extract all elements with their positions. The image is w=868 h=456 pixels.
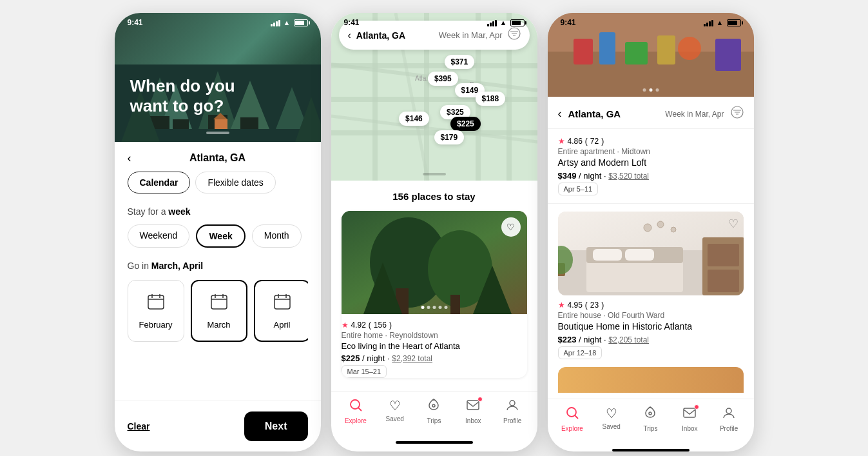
month-card-april[interactable]: April bbox=[254, 280, 308, 342]
svg-point-71 bbox=[657, 221, 664, 228]
nav-title-1: Atlanta, GA bbox=[189, 152, 246, 164]
svg-rect-56 bbox=[715, 39, 741, 71]
svg-rect-41 bbox=[450, 295, 460, 314]
profile-label-2: Profile bbox=[503, 417, 521, 424]
next-button[interactable]: Next bbox=[244, 411, 308, 441]
listing-sub-3-1: Entire apartment · Midtown bbox=[558, 147, 744, 156]
svg-rect-47 bbox=[467, 401, 479, 410]
listing-title-3-1: Artsy and Modern Loft bbox=[558, 157, 744, 168]
svg-point-77 bbox=[649, 412, 651, 415]
location-3: Atlanta, GA bbox=[568, 108, 659, 119]
star-icon-3-2: ★ bbox=[558, 301, 565, 310]
top-image-dots bbox=[642, 88, 659, 92]
svg-point-44 bbox=[351, 400, 360, 409]
back-button-1[interactable]: ‹ bbox=[128, 152, 131, 165]
month-cards: February March bbox=[128, 280, 308, 342]
svg-rect-78 bbox=[684, 408, 695, 417]
tab-flexible[interactable]: Flexible dates bbox=[195, 172, 275, 193]
calendar-icon-mar bbox=[210, 293, 228, 315]
inbox-label-3: Inbox bbox=[682, 425, 697, 432]
star-icon-1: ★ bbox=[342, 321, 349, 330]
tab-calendar[interactable]: Calendar bbox=[128, 172, 191, 193]
svg-rect-54 bbox=[657, 35, 675, 64]
listing-full-2: ♡ ★ 4.95 (23) Entire house · Old Fourth … bbox=[548, 204, 754, 359]
signal-icon-3 bbox=[704, 19, 713, 26]
status-time-3: 9:41 bbox=[561, 18, 576, 27]
listing-dots-1 bbox=[421, 306, 447, 309]
nav-profile-2[interactable]: Profile bbox=[493, 398, 532, 424]
hero-handle bbox=[206, 132, 229, 134]
nav-trips-2[interactable]: Trips bbox=[414, 398, 454, 424]
rating-val-3-2: 4.95 bbox=[568, 301, 583, 310]
nav-inbox-2[interactable]: Inbox bbox=[454, 398, 493, 424]
listing-dates-3-1: Apr 5–11 bbox=[558, 183, 599, 195]
home-indicator-3 bbox=[612, 449, 690, 451]
battery-icon-3 bbox=[727, 19, 741, 26]
month-card-march[interactable]: March bbox=[191, 280, 247, 342]
wishlist-button-3-2[interactable]: ♡ bbox=[728, 217, 738, 231]
star-icon-3-1: ★ bbox=[558, 137, 565, 146]
status-icons-1: ▲ bbox=[271, 19, 308, 26]
nav-profile-3[interactable]: Profile bbox=[709, 406, 749, 432]
status-icons-2: ▲ bbox=[487, 19, 525, 26]
listing-price-1: $225 / night · $2,392 total bbox=[342, 353, 527, 363]
back-button-3[interactable]: ‹ bbox=[558, 107, 562, 121]
clear-button[interactable]: Clear bbox=[128, 421, 150, 431]
svg-rect-65 bbox=[593, 249, 622, 261]
chip-month[interactable]: Month bbox=[252, 224, 302, 248]
month-label-feb: February bbox=[139, 320, 172, 330]
price-bubble-4[interactable]: $188 bbox=[476, 92, 506, 106]
wishlist-button-1[interactable]: ♡ bbox=[501, 217, 521, 237]
price-bubble-8[interactable]: $179 bbox=[434, 130, 465, 144]
price-bubble-6[interactable]: $225 bbox=[450, 117, 481, 131]
top-listing-partial: 9:41 ▲ bbox=[548, 13, 754, 97]
hero-image: 9:41 ▲ bbox=[115, 13, 321, 142]
nav-explore-3[interactable]: Explore bbox=[553, 406, 592, 432]
calendar-icon-feb bbox=[147, 293, 165, 315]
svg-rect-12 bbox=[215, 119, 227, 129]
screen3-phone: 9:41 ▲ bbox=[548, 13, 754, 451]
rating-3-2: ★ 4.95 (23) bbox=[558, 301, 744, 310]
inbox-label-2: Inbox bbox=[465, 417, 481, 424]
screen1-content: ‹ Atlanta, GA Calendar Flexible dates St… bbox=[115, 142, 321, 401]
chip-weekend[interactable]: Weekend bbox=[128, 224, 190, 248]
listing-total-3-2: $2,205 total bbox=[608, 335, 649, 344]
price-bubble-1[interactable]: $371 bbox=[445, 55, 475, 69]
svg-rect-14 bbox=[148, 295, 164, 309]
nav-trips-3[interactable]: Trips bbox=[631, 406, 670, 432]
inbox-icon-3 bbox=[682, 408, 697, 422]
listing-card-1: ♡ ★ 4.92 (156) Entire home bbox=[342, 211, 527, 378]
inbox-dot-3 bbox=[694, 404, 699, 410]
nav-saved-2[interactable]: ♡ Saved bbox=[375, 398, 414, 424]
map-back-button[interactable]: ‹ bbox=[348, 30, 351, 41]
month-card-february[interactable]: February bbox=[128, 280, 184, 342]
trips-label-2: Trips bbox=[427, 417, 441, 424]
svg-point-70 bbox=[644, 224, 651, 232]
nav-saved-3[interactable]: ♡ Saved bbox=[592, 406, 631, 432]
nav-inbox-3[interactable]: Inbox bbox=[670, 406, 709, 432]
bottom-nav-3: Explore ♡ Saved Trips bbox=[548, 399, 754, 445]
listing-price-3-2: $223 / night · $2,205 total bbox=[558, 335, 744, 344]
profile-icon-2 bbox=[505, 398, 519, 415]
chip-week[interactable]: Week bbox=[196, 224, 245, 248]
listing-sub-3-2: Entire house · Old Fourth Ward bbox=[558, 311, 744, 320]
nav-explore-2[interactable]: Explore bbox=[336, 398, 376, 424]
status-bar-3: 9:41 ▲ bbox=[548, 13, 754, 30]
explore-icon-3 bbox=[565, 406, 579, 423]
listing-title-1: Eco living in the Heart of Atlanta bbox=[342, 341, 527, 351]
price-bubble-7[interactable]: $146 bbox=[399, 112, 429, 126]
inbox-dot-2 bbox=[477, 397, 483, 402]
listing-dates-3-2: Apr 12–18 bbox=[558, 346, 603, 359]
listing-partial-3 bbox=[558, 367, 744, 393]
places-count: 156 places to stay bbox=[342, 191, 527, 202]
battery-icon-1 bbox=[294, 19, 308, 26]
listing-rating-1: ★ 4.92 (156) bbox=[342, 321, 527, 330]
profile-label-3: Profile bbox=[720, 425, 738, 432]
inbox-badge-3 bbox=[682, 406, 697, 423]
rating-value-1: 4.92 bbox=[351, 321, 366, 330]
wifi-icon-1: ▲ bbox=[284, 19, 291, 26]
filter-button-3[interactable] bbox=[731, 106, 744, 122]
price-bubble-2[interactable]: $395 bbox=[428, 72, 458, 86]
svg-rect-69 bbox=[708, 270, 739, 292]
listing-full-1: ★ 4.86 (72) Entire apartment · Midtown A… bbox=[548, 129, 754, 204]
